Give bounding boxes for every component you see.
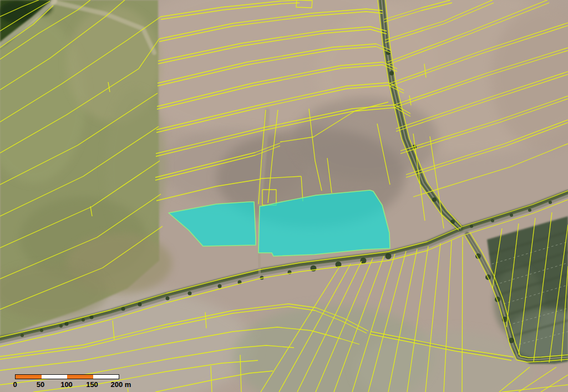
- trees: [21, 334, 24, 337]
- scale-label: 0: [13, 380, 17, 389]
- scale-bar-segment: [93, 375, 119, 379]
- trees: [528, 208, 531, 212]
- trees: [65, 322, 69, 326]
- scale-label: 100: [60, 380, 73, 389]
- trees: [188, 292, 192, 296]
- trees: [90, 315, 94, 319]
- scale-bar-segment: [16, 375, 42, 379]
- trees: [138, 303, 142, 307]
- map-canvas: [0, 0, 568, 392]
- trees: [166, 297, 170, 301]
- trees: [389, 71, 394, 75]
- trees: [432, 197, 437, 202]
- trees: [121, 307, 125, 311]
- scale-label: 50: [37, 380, 44, 389]
- trees: [470, 225, 473, 228]
- trees: [82, 318, 85, 322]
- scale-label: 150: [86, 380, 98, 389]
- scale-bar-segments: [15, 374, 119, 379]
- trees: [40, 329, 43, 332]
- terrain-layer: [0, 0, 568, 392]
- trees: [59, 324, 63, 328]
- trees: [510, 213, 513, 217]
- aerial-map-view[interactable]: 0 50 100 150 200 m: [0, 0, 568, 392]
- trees: [386, 253, 392, 259]
- trees: [549, 201, 552, 204]
- scale-label: 200 m: [111, 380, 131, 389]
- scale-bar-labels: 0 50 100 150 200 m: [15, 380, 118, 389]
- scale-bar-segment: [67, 375, 93, 379]
- trees: [218, 284, 222, 288]
- scale-bar-segment: [42, 375, 68, 379]
- trees: [491, 219, 494, 222]
